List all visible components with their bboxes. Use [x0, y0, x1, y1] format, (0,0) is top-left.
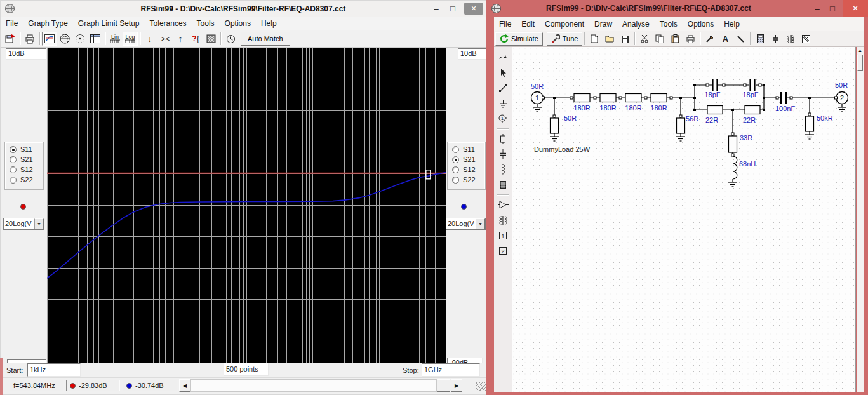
linear-scale-icon[interactable]: Lin: [107, 32, 123, 46]
paste-icon[interactable]: [667, 32, 683, 46]
menu-file[interactable]: File: [1, 17, 23, 30]
rotate-tool-icon[interactable]: [496, 51, 510, 64]
marker-scrollbar-track[interactable]: [190, 379, 437, 392]
minimize-icon[interactable]: –: [431, 4, 441, 13]
radio-s21-left[interactable]: S21: [5, 154, 43, 164]
new-file-icon[interactable]: [587, 32, 602, 46]
sweep-timer-icon[interactable]: [223, 32, 238, 46]
input-shunt-resistor[interactable]: [551, 118, 559, 133]
copy-icon[interactable]: [652, 32, 667, 46]
menu-options[interactable]: Options: [220, 17, 256, 30]
ground-tool-icon[interactable]: [496, 97, 510, 110]
close-icon[interactable]: ✕: [843, 0, 868, 17]
auto-match-button[interactable]: Auto Match: [241, 32, 290, 46]
text-tool-icon[interactable]: A: [718, 32, 733, 46]
port-tool-icon[interactable]: 1: [496, 112, 510, 125]
select-pointer-icon[interactable]: [496, 66, 510, 79]
menu-graph-limit-setup[interactable]: Graph Limit Setup: [73, 17, 145, 30]
print-graph-icon[interactable]: [22, 32, 37, 46]
resistor-tool-icon[interactable]: [496, 132, 510, 145]
save-session-icon[interactable]: [3, 32, 18, 46]
y-top-limit-field-right[interactable]: 10dB: [458, 48, 486, 60]
graph-plot-area[interactable]: [47, 48, 446, 363]
save-icon[interactable]: [617, 32, 632, 46]
marker-scroll-right-icon[interactable]: ▶: [451, 379, 462, 392]
radio-s11-right[interactable]: S11: [448, 144, 485, 154]
menu-file[interactable]: File: [494, 18, 516, 30]
tune-button[interactable]: Tune: [547, 32, 583, 46]
radio-s12-right[interactable]: S12: [448, 164, 485, 175]
stop-frequency-input[interactable]: 1GHz: [422, 363, 480, 377]
minimize-icon[interactable]: –: [812, 4, 822, 13]
maximize-icon[interactable]: □: [448, 4, 458, 13]
menu-graph-type[interactable]: Graph Type: [23, 17, 72, 30]
close-icon[interactable]: ✕: [464, 3, 483, 15]
resize-grip[interactable]: [476, 382, 486, 391]
mid-shunt-resistor[interactable]: [677, 118, 685, 133]
misc-component-icon[interactable]: [798, 32, 813, 46]
menu-analyse[interactable]: Analyse: [617, 18, 655, 30]
attenuator-component-icon[interactable]: [496, 178, 510, 191]
print-icon[interactable]: [683, 32, 698, 46]
menu-help[interactable]: Help: [719, 18, 745, 30]
port-2[interactable]: 2: [836, 92, 848, 104]
table-view-icon[interactable]: [88, 32, 103, 46]
radio-s22-left[interactable]: S22: [5, 175, 43, 185]
wire-tool-icon[interactable]: [702, 32, 718, 46]
marker-scroll-left-icon[interactable]: ◀: [179, 379, 190, 392]
tap-resistor[interactable]: [729, 136, 737, 152]
simulate-button[interactable]: Simulate: [495, 32, 543, 46]
amplifier-tool-icon[interactable]: [496, 198, 510, 211]
inductor-component-icon[interactable]: [496, 163, 510, 176]
cut-icon[interactable]: [637, 32, 652, 46]
marker-up-icon[interactable]: ↑: [173, 32, 188, 46]
transformer-tool-icon[interactable]: [783, 32, 798, 46]
menu-help[interactable]: Help: [256, 17, 282, 30]
y-top-limit-field-left[interactable]: 10dB: [6, 48, 46, 60]
scale-select-left[interactable]: 20Log(V ▼: [3, 218, 44, 230]
tolerance-analysis-icon[interactable]: [203, 32, 218, 46]
radio-s11-left[interactable]: S11: [5, 144, 43, 154]
open-file-icon[interactable]: [602, 32, 617, 46]
radio-s21-right[interactable]: S21: [448, 154, 485, 164]
start-frequency-input[interactable]: 1kHz: [27, 363, 81, 377]
chevron-down-icon[interactable]: ▼: [34, 218, 44, 229]
maximize-icon[interactable]: □: [827, 4, 838, 13]
menu-tools[interactable]: Tools: [192, 17, 220, 30]
coupling-capacitor[interactable]: [780, 92, 787, 104]
capacitor-component-icon[interactable]: [496, 147, 510, 161]
port-1[interactable]: 1: [531, 92, 544, 104]
radio-s22-right[interactable]: S22: [448, 175, 485, 185]
radio-s12-left[interactable]: S12: [5, 164, 43, 175]
query-values-icon[interactable]: ?{: [188, 32, 203, 46]
smith-chart-icon[interactable]: [57, 32, 72, 46]
capacitor-tool-icon[interactable]: [768, 32, 783, 46]
menu-component[interactable]: Component: [540, 18, 589, 30]
menu-tolerances[interactable]: Tolerances: [145, 17, 192, 30]
points-input[interactable]: 500 points: [224, 363, 269, 376]
marker-scrollbar-thumb[interactable]: [437, 379, 450, 392]
canvas-vertical-scrollbar[interactable]: ▲: [857, 47, 864, 392]
tap-inductor[interactable]: [733, 156, 737, 179]
two-port-tool-icon[interactable]: 2: [496, 244, 510, 257]
graph-marker[interactable]: [426, 170, 431, 179]
log-scale-icon[interactable]: Log: [123, 32, 138, 46]
menu-tools[interactable]: Tools: [655, 18, 683, 30]
menu-options[interactable]: Options: [683, 18, 719, 30]
rectangular-graph-icon[interactable]: [42, 32, 57, 46]
calculator-icon[interactable]: [752, 32, 768, 46]
schematic-canvas[interactable]: 1 2: [512, 47, 856, 392]
menu-edit[interactable]: Edit: [516, 18, 540, 30]
transformer-component-icon[interactable]: [496, 213, 510, 227]
polar-chart-icon[interactable]: [72, 32, 88, 46]
marker-center-icon[interactable]: >·<: [157, 32, 173, 46]
scrollbar-thumb[interactable]: [857, 55, 863, 71]
scroll-up-icon[interactable]: ▲: [858, 47, 862, 55]
menu-draw[interactable]: Draw: [589, 18, 617, 30]
output-shunt-resistor[interactable]: [806, 116, 814, 131]
line-tool-icon[interactable]: [733, 32, 748, 46]
one-port-tool-icon[interactable]: 1: [496, 229, 510, 242]
marker-down-icon[interactable]: ↓: [142, 32, 157, 46]
scale-select-right[interactable]: 20Log(V ▼: [446, 218, 486, 230]
wire-segment-icon[interactable]: [496, 81, 510, 95]
